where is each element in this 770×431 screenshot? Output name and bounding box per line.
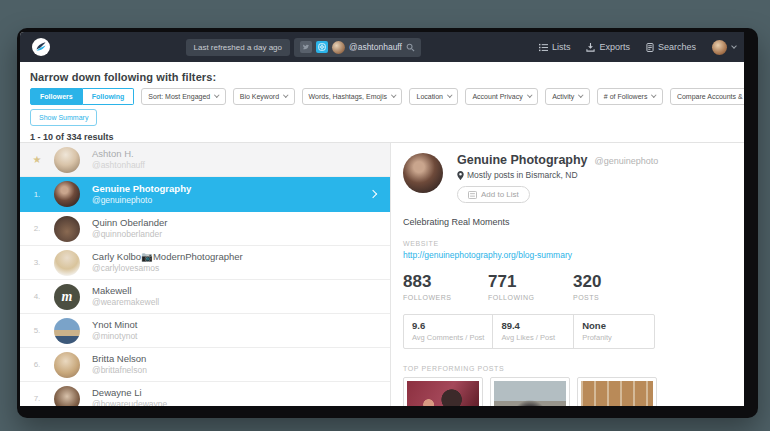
list-item[interactable]: 5. Ynot Minot@minotynot <box>20 314 390 348</box>
nav-exports-label: Exports <box>599 42 630 52</box>
account-name: Genuine Photography <box>92 183 191 195</box>
account-handle: @genuinephoto <box>92 195 191 206</box>
row-number: 1. <box>20 190 54 199</box>
post-thumbnail[interactable] <box>403 377 483 406</box>
nav-searches-label: Searches <box>658 42 696 52</box>
search-icon[interactable] <box>406 43 415 52</box>
account-handle: @quinnoberlander <box>92 229 168 240</box>
filter-bar: Followers Following Sort: Most Engaged B… <box>30 87 740 105</box>
avatar <box>54 318 80 344</box>
list-item[interactable]: 7. Dewayne Li@howareudewayne <box>20 382 390 406</box>
filter-sort[interactable]: Sort: Most Engaged <box>141 88 225 105</box>
top-posts-label: TOP PERFORMING POSTS <box>403 365 744 372</box>
account-handle: @carlylovesamos <box>92 263 243 274</box>
filter-compare-accounts[interactable]: Compare Accounts & Lists <box>670 88 744 105</box>
avatar <box>332 41 345 54</box>
instagram-icon[interactable] <box>316 41 328 53</box>
app-frame: Last refreshed a day ago @ashtonhauff Li… <box>20 32 744 406</box>
account-search-bar[interactable]: @ashtonhauff <box>294 38 421 57</box>
tab-followers[interactable]: Followers <box>30 88 83 105</box>
website-link[interactable]: http://genuinephotography.org/blog-summa… <box>403 250 744 260</box>
page-title: Narrow down following with filters: <box>30 71 216 83</box>
account-name: Britta Nelson <box>92 353 147 365</box>
chevron-down-icon <box>391 93 396 98</box>
profile-stats: 883 FOLLOWERS 771 FOLLOWING 320 POSTS <box>403 272 744 301</box>
star-icon[interactable]: ★ <box>33 154 42 165</box>
chevron-down-icon <box>447 93 452 98</box>
engagement-metrics-box: 9.6 Avg Comments / Post 89.4 Avg Likes /… <box>403 314 655 349</box>
account-name: Ashton H. <box>92 148 145 160</box>
stat-following: 771 FOLLOWING <box>488 272 573 301</box>
row-number: 4. <box>20 292 54 301</box>
chevron-down-icon <box>652 93 657 98</box>
profile-avatar <box>403 153 443 193</box>
account-name: Dewayne Li <box>92 387 167 399</box>
chevron-down-icon <box>527 93 532 98</box>
row-number: 3. <box>20 258 54 267</box>
profile-location: Mostly posts in Bismarck, ND <box>467 170 578 180</box>
chevron-down-icon <box>283 93 288 98</box>
account-handle: @ashtonhauff <box>92 160 145 171</box>
main-content: Narrow down following with filters: Foll… <box>20 62 744 406</box>
metric-avg-likes: 89.4 Avg Likes / Post <box>492 315 573 348</box>
results-count: 1 - 10 of 334 results <box>30 132 114 142</box>
app-window: Last refreshed a day ago @ashtonhauff Li… <box>17 28 758 418</box>
nav-lists-label: Lists <box>552 42 571 52</box>
nav-exports[interactable]: Exports <box>586 42 630 52</box>
avatar <box>54 386 80 407</box>
account-name: Ynot Minot <box>92 319 137 331</box>
top-navbar: Last refreshed a day ago @ashtonhauff Li… <box>20 32 744 62</box>
account-name: Makewell <box>92 285 159 297</box>
navbar-links: Lists Exports Searches <box>539 42 696 52</box>
show-summary-button[interactable]: Show Summary <box>30 109 97 126</box>
row-number: 6. <box>20 360 54 369</box>
avatar <box>54 181 80 207</box>
current-account-handle: @ashtonhauff <box>349 42 402 52</box>
user-avatar <box>712 40 727 55</box>
account-handle: @wearemakewell <box>92 297 159 308</box>
metric-profanity: None Profanity <box>573 315 654 348</box>
profile-name: Genuine Photography <box>457 153 588 167</box>
list-item[interactable]: 4. m Makewell@wearemakewell <box>20 280 390 314</box>
row-number: 2. <box>20 224 54 233</box>
list-item[interactable]: 3. Carly Kolbo📷ModernPhotographer@carlyl… <box>20 246 390 280</box>
app-logo-icon[interactable] <box>32 38 50 56</box>
followers-following-toggle: Followers Following <box>30 88 134 105</box>
avatar: m <box>54 284 80 310</box>
list-item[interactable]: 6. Britta Nelson@brittafnelson <box>20 348 390 382</box>
avatar <box>54 216 80 242</box>
list-item-selected[interactable]: 1. Genuine Photography@genuinephoto <box>20 177 390 212</box>
add-to-list-icon <box>468 191 477 199</box>
list-item[interactable]: 2. Quinn Oberlander@quinnoberlander <box>20 212 390 246</box>
chevron-right-icon <box>369 190 377 198</box>
account-name: Carly Kolbo📷ModernPhotographer <box>92 251 243 263</box>
filter-account-privacy[interactable]: Account Privacy <box>465 88 538 105</box>
row-number: 5. <box>20 326 54 335</box>
document-icon <box>646 43 654 52</box>
nav-searches[interactable]: Searches <box>646 42 696 52</box>
tab-following[interactable]: Following <box>83 88 135 105</box>
profile-handle: @genuinephoto <box>595 156 659 166</box>
filter-bio-keyword[interactable]: Bio Keyword <box>233 88 295 105</box>
account-handle: @minotynot <box>92 331 137 342</box>
account-list: ★ Ashton H.@ashtonhauff 1. Genuine Photo… <box>20 142 390 406</box>
post-thumbnail[interactable] <box>577 377 657 406</box>
filter-activity[interactable]: Activity <box>545 88 590 105</box>
twitter-icon[interactable] <box>300 41 312 53</box>
export-download-icon <box>586 43 595 52</box>
filter-location[interactable]: Location <box>409 88 458 105</box>
top-posts-grid <box>403 377 744 406</box>
add-to-list-button[interactable]: Add to List <box>457 186 530 203</box>
post-thumbnail[interactable] <box>490 377 570 406</box>
filter-words-hashtags[interactable]: Words, Hashtags, Emojis <box>302 88 403 105</box>
stat-followers: 883 FOLLOWERS <box>403 272 488 301</box>
account-name: Quinn Oberlander <box>92 217 168 229</box>
chevron-down-icon <box>215 93 220 98</box>
last-refreshed-badge[interactable]: Last refreshed a day ago <box>186 39 291 56</box>
list-item-own-account[interactable]: ★ Ashton H.@ashtonhauff <box>20 143 390 177</box>
filter-num-followers[interactable]: # of Followers <box>597 88 663 105</box>
user-menu[interactable] <box>712 40 736 55</box>
profile-detail-panel: Genuine Photography @genuinephoto Mostly… <box>390 142 744 406</box>
account-handle: @howareudewayne <box>92 399 167 406</box>
nav-lists[interactable]: Lists <box>539 42 571 52</box>
